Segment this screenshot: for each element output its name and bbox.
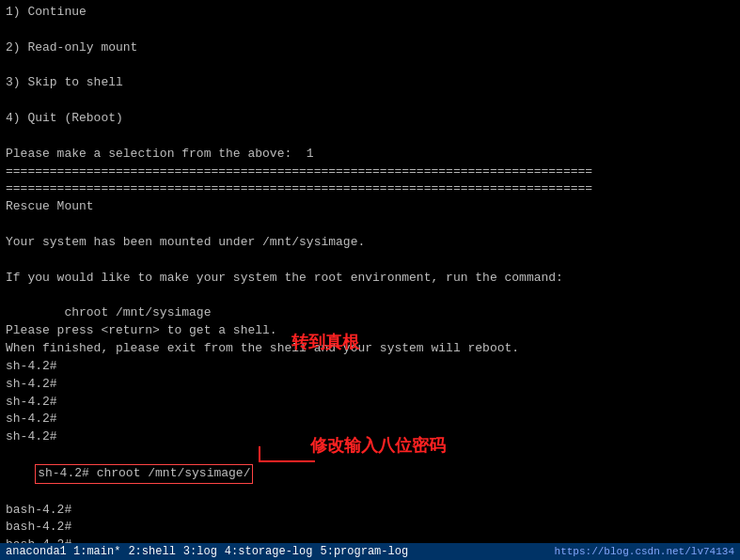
line-sh3: sh-4.2#	[6, 394, 734, 412]
line-chroot-hint: chroot /mnt/sysimage	[6, 304, 734, 322]
line-rescue: Rescue Mount	[6, 198, 734, 216]
line-sh2: sh-4.2#	[6, 376, 734, 394]
line-empty5	[6, 216, 734, 234]
annotation-passwd: 修改输入八位密码	[310, 434, 446, 457]
annotation-arrow-vert	[259, 446, 260, 462]
annotation-chroot: 转到真根	[291, 331, 359, 353]
tmux-tab-main[interactable]: anaconda1 1:main*	[6, 545, 120, 558]
line-iflike: If you would like to make your system th…	[6, 270, 734, 288]
line-readonly: 2) Read-only mount	[6, 39, 734, 57]
line-empty1	[6, 22, 734, 39]
line-empty3	[6, 92, 734, 110]
line-sep2: ========================================…	[6, 180, 734, 198]
line-empty4	[6, 128, 734, 146]
annotation-arrow	[259, 460, 315, 462]
line-mounted: Your system has been mounted under /mnt/…	[6, 234, 734, 252]
line-empty2	[6, 57, 734, 75]
line-sh1: sh-4.2#	[6, 358, 734, 376]
line-when-finished: When finished, please exit from the shel…	[6, 340, 734, 358]
watermark: https://blog.csdn.net/lv74134	[555, 546, 734, 557]
line-selection: Please make a selection from the above: …	[6, 146, 734, 163]
tmux-tab-log[interactable]: 3:log	[183, 545, 217, 558]
line-quit: 4) Quit (Reboot)	[6, 110, 734, 128]
bottom-bar: anaconda1 1:main* 2:shell 3:log 4:storag…	[0, 543, 740, 560]
tmux-tab-storage[interactable]: 4:storage-log	[225, 545, 313, 558]
terminal: 1) Continue 2) Read-only mount 3) Skip t…	[0, 0, 740, 560]
line-sep1: ========================================…	[6, 163, 734, 181]
tmux-tab-shell[interactable]: 2:shell	[128, 545, 175, 558]
line-bash2: bash-4.2#	[6, 519, 734, 537]
line-bash1: bash-4.2#	[6, 502, 734, 520]
line-empty7	[6, 288, 734, 305]
line-skip: 3) Skip to shell	[6, 74, 734, 92]
line-sh4: sh-4.2#	[6, 411, 734, 428]
line-press-return: Please press <return> to get a shell.	[6, 322, 734, 340]
tmux-tab-program[interactable]: 5:program-log	[320, 545, 408, 558]
line-empty6	[6, 252, 734, 270]
line-continue: 1) Continue	[6, 4, 734, 22]
